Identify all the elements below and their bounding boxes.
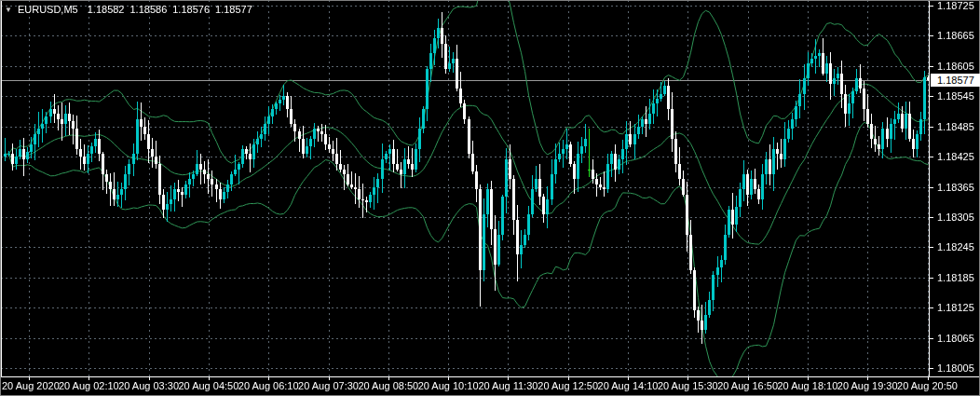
time-axis-label: 20 Aug 2020 xyxy=(2,380,60,392)
price-axis-label: 1.18125 xyxy=(937,302,974,313)
ohlc-open-value: 1.18582 xyxy=(88,4,125,15)
time-axis-label: 20 Aug 12:50 xyxy=(538,380,598,392)
time-axis-label: 20 Aug 11:30 xyxy=(478,380,538,392)
ohlc-close-value: 1.18577 xyxy=(215,4,252,15)
price-axis-label: 1.18665 xyxy=(937,30,974,41)
time-axis-label: 20 Aug 07:30 xyxy=(298,380,359,392)
time-axis-label: 20 Aug 10:10 xyxy=(418,380,479,392)
price-axis-label: 1.18425 xyxy=(937,151,974,162)
chart-canvas[interactable] xyxy=(0,0,980,396)
time-axis-label: 20 Aug 20:50 xyxy=(897,380,958,392)
price-axis-label: 1.18305 xyxy=(937,212,974,223)
price-axis-label: 1.18545 xyxy=(937,90,974,102)
time-scale[interactable]: 20 Aug 202020 Aug 02:1020 Aug 03:3020 Au… xyxy=(0,377,980,396)
price-scale[interactable]: 1.187251.186651.186051.185451.184851.184… xyxy=(931,0,980,376)
time-axis-label: 20 Aug 18:10 xyxy=(777,380,837,392)
time-axis-label: 20 Aug 15:30 xyxy=(658,380,718,392)
price-axis-label: 1.18005 xyxy=(937,362,974,374)
price-axis-label: 1.18365 xyxy=(937,182,974,193)
chart-window: ▼EURUSD,M51.185821.185861.185761.18577 1… xyxy=(0,0,980,396)
price-axis-label: 1.18245 xyxy=(937,241,974,253)
expander-icon[interactable]: ▼ xyxy=(5,6,12,14)
symbol-header: ▼EURUSD,M51.185821.185861.185761.18577 xyxy=(5,3,258,16)
price-axis-label: 1.18725 xyxy=(937,0,974,11)
ohlc-low-value: 1.18576 xyxy=(172,4,210,15)
time-axis-label: 20 Aug 14:10 xyxy=(598,380,659,392)
price-axis-label: 1.18485 xyxy=(937,121,974,132)
price-axis-label: 1.18185 xyxy=(937,272,974,283)
price-axis-label: 1.18605 xyxy=(937,61,974,72)
time-axis-label: 20 Aug 08:50 xyxy=(358,380,418,392)
time-axis-label: 20 Aug 16:50 xyxy=(717,380,778,392)
time-axis-label: 20 Aug 04:50 xyxy=(178,380,238,392)
time-axis-label: 20 Aug 19:30 xyxy=(837,380,898,392)
ohlc-high-value: 1.18586 xyxy=(129,4,167,15)
time-axis-label: 20 Aug 02:10 xyxy=(59,380,119,392)
current-price-tag: 1.18577 xyxy=(931,74,980,87)
time-axis-label: 20 Aug 06:10 xyxy=(238,380,299,392)
price-axis-label: 1.18065 xyxy=(937,333,974,344)
time-axis-label: 20 Aug 03:30 xyxy=(118,380,179,392)
symbol-timeframe-label: EURUSD,M5 xyxy=(18,4,78,15)
